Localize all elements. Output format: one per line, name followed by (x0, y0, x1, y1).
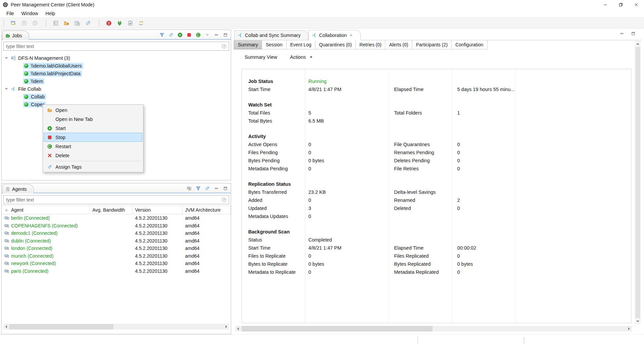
subtab-participants-2-[interactable]: Participants (2) (412, 40, 452, 49)
subtab-retries-0-[interactable]: Retries (0) (355, 40, 385, 49)
jobs-panel: Jobs ? DFS-N Management (3)\\demo.lab\Gl… (1, 30, 231, 180)
tree-item-label[interactable]: Collab (23, 94, 46, 100)
agents-view-tab[interactable]: Agents (2, 184, 34, 193)
summary-section: ActivityActive Opens0File Quarantines0Fi… (242, 132, 631, 173)
agents-filter-input[interactable] (6, 197, 222, 203)
panel-max-button[interactable] (222, 32, 229, 38)
editor-horizontal-scrollbar[interactable] (235, 326, 632, 332)
tags-button[interactable] (84, 19, 92, 27)
column-header-version[interactable]: Version (132, 206, 182, 214)
editor-tab-collab-and-sync-summary[interactable]: Collab and Sync Summary (234, 30, 308, 40)
tag-button[interactable] (168, 32, 174, 38)
jobs-filter-input[interactable] (6, 44, 222, 49)
panel-min-icon (214, 186, 218, 190)
agent-row[interactable]: COPENHAGENFS (Connected)4.5.2.20201130am… (2, 222, 231, 230)
help-icon[interactable]: ? (222, 44, 226, 49)
tree-row[interactable]: \\demo.lab\GlobalUsers (2, 62, 231, 70)
agent-row[interactable]: paris (Connected)4.5.2.20201130amd64 (2, 267, 231, 275)
editor-vertical-scrollbar[interactable] (635, 41, 641, 324)
tree-item-label[interactable]: File Collab (10, 86, 43, 92)
tree-row[interactable]: Collab (2, 93, 231, 100)
schedule-button[interactable] (73, 19, 81, 27)
agent-row[interactable]: berlin (Connected)4.5.2.20201130amd64 (2, 214, 231, 222)
funnel-button[interactable] (159, 32, 165, 38)
editor-vscrollbar-thumb[interactable] (635, 47, 640, 318)
status-drag-handle[interactable] (524, 338, 524, 343)
new-job-button[interactable] (9, 19, 17, 27)
panel-max-button[interactable] (222, 185, 229, 192)
scroll-up-icon[interactable] (635, 41, 641, 47)
tree-item-label[interactable]: \\demo.lab\ProjectData (23, 71, 82, 77)
window-close-button[interactable] (629, 0, 644, 9)
view-menu-button[interactable] (204, 32, 211, 38)
context-menu-assign-tags[interactable]: Assign Tags (44, 162, 142, 171)
restart-button[interactable] (195, 32, 202, 38)
agent-row[interactable]: london (Connected)4.5.2.20201130amd64 (2, 245, 231, 252)
scroll-left-icon[interactable] (235, 326, 241, 332)
save-all-button[interactable] (31, 19, 39, 27)
agents-scrollbar-thumb[interactable] (9, 324, 113, 329)
properties-button[interactable] (52, 19, 60, 27)
panel-min-button[interactable] (213, 32, 220, 38)
context-menu-restart[interactable]: Restart (44, 142, 142, 151)
subtab-event-log[interactable]: Event Log (286, 40, 315, 49)
play-button[interactable] (177, 32, 183, 38)
scroll-right-icon[interactable] (223, 324, 229, 330)
alert-button[interactable] (105, 19, 113, 27)
context-menu-open[interactable]: Open (44, 105, 142, 115)
context-menu-delete[interactable]: Delete (44, 151, 142, 160)
panel-min-button[interactable] (618, 30, 626, 38)
menu-file[interactable]: File (3, 10, 18, 17)
agents-plug-button[interactable] (116, 19, 124, 27)
column-header-avg-bandwidth[interactable]: Avg. Bandwidth (90, 206, 132, 214)
checklist-button[interactable] (126, 19, 134, 27)
agent-row[interactable]: munich (Connected)4.5.2.20201130amd64 (2, 252, 231, 260)
context-menu-stop[interactable]: Stop (44, 133, 142, 142)
properties-icon (53, 20, 58, 26)
help-icon[interactable]: ? (222, 198, 226, 202)
context-menu-start[interactable]: Start (44, 124, 142, 133)
install-agent-button[interactable] (186, 185, 192, 192)
context-menu-open-in-new-tab[interactable]: Open in New Tab (44, 115, 142, 124)
editor-hscrollbar-thumb[interactable] (242, 326, 432, 331)
tree-item-label[interactable]: \\dem (23, 78, 44, 84)
tree-item-label[interactable]: \\demo.lab\GlobalUsers (23, 63, 83, 69)
column-header-jvm-architecture[interactable]: JVM Architecture (182, 206, 231, 214)
subtab-summary[interactable]: Summary (234, 40, 262, 49)
export-folder-button[interactable] (62, 19, 71, 27)
actions-menu-button[interactable]: Actions (290, 54, 313, 60)
subtab-configuration[interactable]: Configuration (451, 40, 487, 49)
funnel-button[interactable] (195, 185, 202, 192)
menu-help[interactable]: Help (42, 10, 59, 17)
tree-row[interactable]: \\dem (2, 77, 231, 85)
close-tab-icon[interactable] (349, 33, 353, 37)
column-header-agent[interactable]: Agent (2, 206, 90, 214)
panel-min-button[interactable] (213, 185, 220, 192)
summary-row: Bytes to Replicate0 bytesBytes Replicate… (242, 260, 631, 268)
jobs-view-tab[interactable]: Jobs (2, 31, 29, 40)
agent-row[interactable]: demodc1 (Connected)4.5.2.20201130amd64 (2, 229, 231, 237)
tree-row[interactable]: File Collab (2, 85, 231, 93)
agent-row[interactable]: newyork (Connected)4.5.2.20201130amd64 (2, 260, 231, 267)
subtab-quarantines-0-[interactable]: Quarantines (0) (315, 40, 356, 49)
agents-horizontal-scrollbar[interactable] (3, 324, 229, 330)
agent-row[interactable]: dublin (Connected)4.5.2.20201130amd64 (2, 237, 231, 245)
tree-item-label[interactable]: Coper (23, 101, 46, 107)
tree-row[interactable]: DFS-N Management (3) (2, 54, 231, 62)
subtab-session[interactable]: Session (262, 40, 287, 49)
editor-tab-collaboration[interactable]: Collaboration (308, 30, 361, 40)
scroll-left-icon[interactable] (3, 324, 9, 330)
scroll-down-icon[interactable] (635, 318, 641, 324)
subtab-alerts-0-[interactable]: Alerts (0) (385, 40, 412, 49)
tree-row[interactable]: \\demo.lab\ProjectData (2, 70, 231, 77)
tree-item-label[interactable]: DFS-N Management (3) (10, 55, 72, 61)
tag-button[interactable] (204, 185, 211, 192)
menu-window[interactable]: Window (18, 10, 42, 17)
window-restore-button[interactable] (613, 0, 629, 9)
stop-button[interactable] (186, 32, 192, 38)
scroll-right-icon[interactable] (626, 326, 632, 332)
window-minimize-button[interactable] (598, 0, 613, 9)
refresh-button[interactable] (137, 19, 145, 27)
save-button[interactable] (20, 19, 28, 27)
panel-max-button[interactable] (629, 30, 637, 38)
